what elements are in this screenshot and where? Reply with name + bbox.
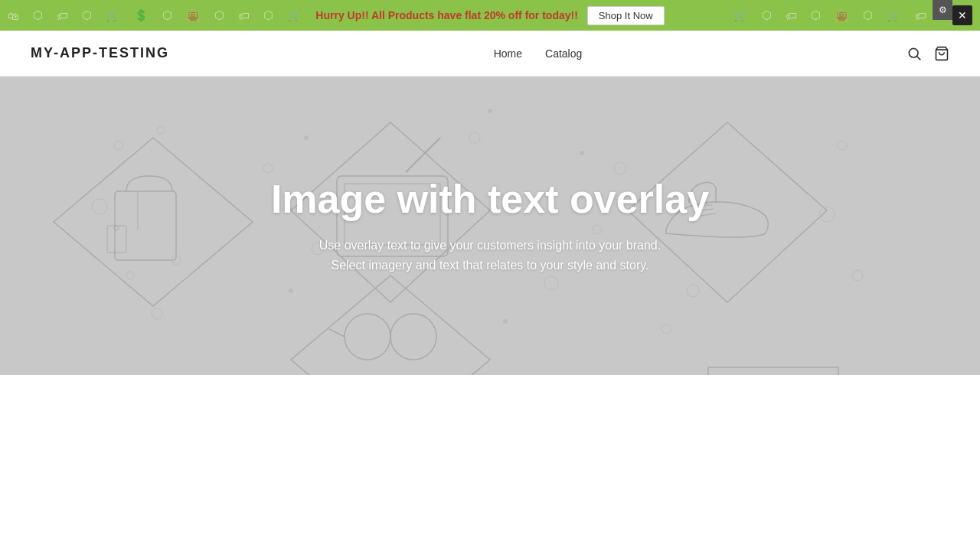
settings-button[interactable]: ⚙ bbox=[933, 0, 952, 20]
search-icon bbox=[906, 46, 922, 61]
tag-icon-2: 🏷 bbox=[238, 9, 250, 22]
shopify-icon-5: ⬡ bbox=[263, 8, 273, 22]
header-actions bbox=[906, 46, 949, 61]
shopify-icon-2: ⬡ bbox=[82, 8, 92, 22]
hero-overlay-content: Image with text overlay Use overlay text… bbox=[271, 176, 709, 275]
site-header: MY-APP-TESTING Home Catalog bbox=[0, 31, 980, 77]
announcement-text-group: Hurry Up!! All Products have flat 20% of… bbox=[315, 6, 664, 25]
shopify-icon-r1: ⬡ bbox=[762, 8, 772, 22]
search-button[interactable] bbox=[906, 46, 922, 61]
shopify-icon-r3: ⬡ bbox=[863, 8, 873, 22]
shop-icon-1: 🛍 bbox=[8, 9, 19, 22]
cart-icon-2: 🛒 bbox=[287, 8, 302, 22]
shopify-icon-r2: ⬡ bbox=[811, 8, 821, 22]
percent-icon-1: 💲 bbox=[134, 8, 149, 22]
hero-subtitle-line1: Use overlay text to give your customers … bbox=[271, 236, 709, 256]
cart-icon bbox=[934, 46, 949, 61]
tag-icon-1: 🏷 bbox=[57, 9, 68, 22]
cart-button[interactable] bbox=[934, 46, 949, 61]
bag-icon-1: 👜 bbox=[186, 8, 201, 22]
main-nav: Home Catalog bbox=[494, 47, 583, 60]
svg-point-44 bbox=[488, 109, 492, 113]
announcement-icons-left: 🛍 ⬡ 🏷 ⬡ 🛒 💲 ⬡ 👜 ⬡ 🏷 ⬡ 🛒 bbox=[0, 0, 302, 31]
svg-point-0 bbox=[909, 48, 918, 57]
hero-section: Image with text overlay Use overlay text… bbox=[0, 77, 980, 375]
svg-point-47 bbox=[289, 289, 293, 293]
shopify-icon-1: ⬡ bbox=[33, 8, 43, 22]
site-logo[interactable]: MY-APP-TESTING bbox=[31, 45, 169, 61]
nav-home[interactable]: Home bbox=[494, 47, 522, 60]
hero-subtitle-line2: Select imagery and text that relates to … bbox=[271, 256, 709, 276]
tag-icon-r1: 🏷 bbox=[786, 9, 797, 22]
announcement-message: Hurry Up!! All Products have flat 20% of… bbox=[315, 9, 578, 21]
svg-point-46 bbox=[503, 319, 508, 324]
shopify-icon-4: ⬡ bbox=[214, 8, 224, 22]
shop-icon-r1: 🛒 bbox=[733, 8, 748, 22]
svg-line-1 bbox=[917, 56, 921, 60]
hero-title: Image with text overlay bbox=[271, 176, 709, 222]
settings-icon: ⚙ bbox=[939, 5, 947, 15]
shopify-icon-3: ⬡ bbox=[162, 8, 172, 22]
nav-catalog[interactable]: Catalog bbox=[545, 47, 582, 60]
announcement-icons-right: 🛒 ⬡ 🏷 ⬡ 👜 ⬡ 🛒 🏷 bbox=[733, 0, 926, 31]
svg-point-43 bbox=[304, 135, 309, 140]
svg-point-45 bbox=[580, 151, 584, 155]
tag-icon-r2: 🏷 bbox=[915, 9, 926, 22]
bag-icon-r1: 👜 bbox=[835, 8, 849, 22]
shop-now-button[interactable]: Shop It Now bbox=[587, 6, 665, 25]
cart-icon-r2: 🛒 bbox=[887, 8, 901, 22]
announcement-bar: 🛍 ⬡ 🏷 ⬡ 🛒 💲 ⬡ 👜 ⬡ 🏷 ⬡ 🛒 Hurry Up!! All P… bbox=[0, 0, 980, 31]
cart-icon-1: 🛒 bbox=[106, 8, 120, 22]
below-fold-area bbox=[0, 375, 980, 474]
close-icon: ✕ bbox=[958, 9, 967, 21]
close-announcement-button[interactable]: ✕ bbox=[952, 5, 972, 25]
